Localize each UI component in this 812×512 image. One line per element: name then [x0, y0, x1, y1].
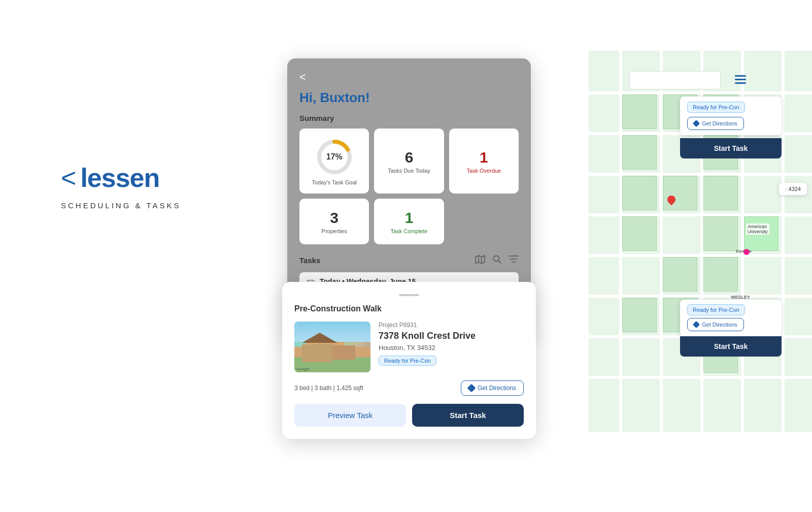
map-address-bar: : 4324 [779, 183, 807, 195]
menu-icon[interactable] [735, 75, 746, 87]
map-block [622, 94, 657, 129]
properties-cell: 3 Properties [299, 199, 369, 244]
map-card-row: Ready for Pre-Con [687, 102, 774, 113]
donut-percent: 17% [326, 152, 343, 162]
map-block [663, 176, 697, 210]
map-block [622, 216, 657, 251]
get-directions-label: Get Directions [702, 120, 737, 126]
property-specs: 3 bed | 3 bath | 1,425 sqft [294, 385, 363, 392]
svg-line-8 [498, 261, 501, 263]
map-top-card: Ready for Pre-Con Get Directions [680, 97, 782, 135]
map-block [703, 216, 738, 251]
map-lower-card-row: Ready for Pre-Con [687, 305, 774, 314]
map-block [622, 176, 657, 210]
branding-area: < lessen SCHEDULING & TASKS [61, 163, 181, 210]
roof [302, 333, 337, 343]
map-lower-ready-badge: Ready for Pre-Con [687, 304, 745, 315]
summary-title: Summary [299, 114, 519, 122]
property-name: 7378 Knoll Crest Drive [379, 331, 524, 342]
property-image: Google [294, 322, 370, 372]
directions-diamond-icon [693, 120, 700, 127]
address-text: : 4324 [785, 186, 801, 192]
start-task-button[interactable]: Start Task [412, 404, 524, 427]
map-start-task-button[interactable]: Start Task [680, 138, 782, 158]
task-complete-label: Task Complete [391, 228, 428, 234]
project-number: Project P8931 [379, 322, 524, 329]
tasks-icons [475, 254, 519, 266]
logo-chevron-icon: < [61, 165, 76, 191]
map-block [703, 257, 738, 292]
search-icon[interactable] [492, 254, 501, 266]
task-overdue-label: Task Overdue [466, 168, 501, 174]
tasks-due-today-count: 6 [405, 149, 414, 166]
task-complete-count: 1 [405, 209, 414, 226]
svg-rect-2 [735, 82, 746, 84]
preview-task-button[interactable]: Preview Task [294, 404, 406, 427]
map-view-icon[interactable] [475, 254, 485, 266]
top-search-input[interactable] [629, 71, 721, 89]
task-complete-cell: 1 Task Complete [374, 199, 444, 244]
properties-label: Properties [322, 228, 347, 234]
donut-chart: 17% [314, 137, 355, 177]
get-directions-button[interactable]: Get Directions [461, 380, 524, 396]
property-drawer-card: Pre-Construction Walk Google Project P89… [282, 282, 536, 439]
get-directions-btn-label: Get Directions [478, 385, 516, 392]
property-address: Houston, TX 34532 [379, 344, 524, 351]
map-lower-card: Ready for Pre-Con Get Directions [680, 300, 782, 336]
map-ready-badge: Ready for Pre-Con [687, 102, 745, 113]
donut-bottom-label: Today's Task Goal [312, 179, 357, 185]
tasks-due-today-cell: 6 Tasks Due Today [374, 129, 444, 194]
map-block [622, 135, 657, 170]
map-label: AmericanUniversity [746, 223, 769, 235]
drawer-ready-badge: Ready for Pre-Con [379, 356, 436, 366]
filter-icon[interactable] [509, 255, 519, 266]
donut-cell: 17% Today's Task Goal [299, 129, 369, 194]
lower-directions-diamond-icon [693, 321, 700, 328]
google-watermark: Google [296, 367, 310, 371]
lower-get-directions-label: Get Directions [702, 322, 737, 328]
greeting-text: Hi, Buxton! [299, 90, 519, 106]
svg-rect-1 [735, 79, 746, 80]
map-lower-start-button[interactable]: Start Task [680, 336, 782, 357]
properties-count: 3 [330, 209, 339, 226]
logo-tagline: SCHEDULING & TASKS [61, 201, 181, 210]
task-overdue-count: 1 [480, 149, 488, 166]
tasks-due-today-label: Tasks Due Today [388, 168, 430, 174]
logo-company-name: lessen [80, 163, 159, 193]
garage [329, 345, 356, 360]
lessen-logo: < lessen [61, 163, 159, 193]
task-overdue-cell: 1 Task Overdue [449, 129, 519, 194]
svg-rect-0 [735, 75, 746, 77]
map-block [703, 176, 738, 210]
property-details: Project P8931 7378 Knoll Crest Drive Hou… [379, 322, 524, 372]
drawer-handle [399, 294, 419, 296]
map-pin-2 [743, 249, 750, 255]
drawer-buttons: Preview Task Start Task [294, 404, 524, 427]
tasks-title: Tasks [299, 256, 320, 265]
map-get-directions-button[interactable]: Get Directions [687, 117, 744, 130]
map-block [622, 298, 657, 332]
map-lower-get-directions-button[interactable]: Get Directions [687, 318, 744, 331]
map-road [782, 51, 785, 432]
property-row: Google Project P8931 7378 Knoll Crest Dr… [294, 322, 524, 372]
back-button[interactable]: < [299, 71, 306, 84]
summary-grid: 17% Today's Task Goal 6 Tasks Due Today … [299, 129, 519, 244]
map-block [663, 257, 697, 292]
tasks-header: Tasks [299, 254, 519, 266]
property-specs-row: 3 bed | 3 bath | 1,425 sqft Get Directio… [294, 380, 524, 396]
drawer-title: Pre-Construction Walk [294, 304, 524, 313]
get-directions-diamond-icon [467, 384, 476, 393]
